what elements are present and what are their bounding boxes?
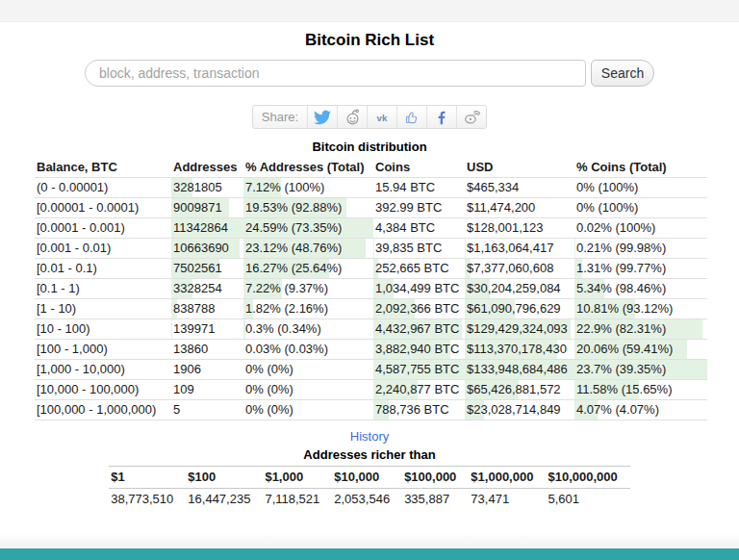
distribution-row: [100,000 - 1,000,000)50% (0%)788,736 BTC… [35, 400, 707, 420]
distribution-row: [10 - 100)1399710.3% (0.34%)4,432,967 BT… [35, 319, 707, 340]
data-cell: 22.9% (82.31%) [574, 319, 707, 340]
share-facebook-button[interactable] [426, 106, 456, 128]
distribution-row: [0.01 - 0.1)750256116.27% (25.64%)252,66… [35, 259, 707, 279]
data-cell: 20.06% (59.41%) [574, 340, 707, 360]
data-cell: 19.53% (92.88%) [243, 198, 373, 218]
richer-header-1: $1 [109, 467, 186, 489]
share-twitter-button[interactable] [307, 106, 337, 128]
data-cell: 0% (0%) [243, 380, 373, 400]
data-cell: $65,426,881,572 [465, 380, 574, 400]
data-cell: $465,334 [465, 178, 574, 198]
data-cell: $113,370,178,430 [465, 340, 574, 360]
distribution-header-row: Balance, BTCAddresses% Addresses (Total)… [35, 158, 707, 178]
data-cell: 1.82% (2.16%) [243, 299, 373, 319]
distribution-row: (0 - 0.00001)32818057.12% (100%)15.94 BT… [35, 178, 707, 198]
data-cell: 4.07% (4.07%) [574, 400, 707, 420]
richer-value-cell: 38,773,510 [109, 489, 186, 511]
bitcoin-distribution-table: Balance, BTCAddresses% Addresses (Total)… [35, 158, 707, 420]
richer-header-100: $100 [186, 467, 263, 489]
balance-range-cell: [100,000 - 1,000,000) [35, 400, 171, 420]
richer-value-cell: 16,447,235 [186, 489, 263, 511]
data-cell: 9009871 [171, 198, 243, 218]
distribution-row: [0.00001 - 0.0001)900987119.53% (92.88%)… [35, 198, 707, 218]
history-link[interactable]: History [350, 429, 389, 444]
data-cell: 23.12% (48.76%) [243, 239, 373, 259]
balance-range-cell: [0.01 - 0.1) [35, 259, 171, 279]
balance-range-cell: (0 - 0.00001) [35, 178, 171, 198]
share-like-button[interactable] [396, 106, 426, 128]
richer-than-title: Addresses richer than [0, 447, 739, 462]
richer-header-10-000-000: $10,000,000 [546, 467, 629, 489]
balance-range-cell: [1 - 10) [35, 299, 171, 319]
data-cell: 139971 [171, 319, 243, 340]
data-cell: 1.31% (99.77%) [574, 259, 707, 279]
data-cell: 24.59% (73.35%) [243, 218, 373, 239]
vk-icon: vk [371, 109, 393, 126]
data-cell: 1,034,499 BTC [373, 279, 465, 299]
data-cell: $129,429,324,093 [465, 319, 574, 340]
thumbs-up-icon [403, 109, 420, 126]
data-cell: $1,163,064,417 [465, 239, 574, 259]
reddit-icon [344, 108, 362, 126]
facebook-icon [433, 109, 450, 126]
data-cell: 3281805 [171, 178, 243, 198]
column-header-addresses: Addresses [171, 158, 243, 178]
search-row: Search [0, 60, 739, 87]
share-row: Share: vk [0, 105, 739, 129]
data-cell: 11.58% (15.65%) [574, 380, 707, 400]
svg-text:vk: vk [377, 113, 388, 123]
distribution-row: [0.0001 - 0.001)1134286424.59% (73.35%)4… [35, 218, 707, 239]
search-button[interactable]: Search [591, 60, 654, 87]
balance-range-cell: [1,000 - 10,000) [35, 360, 171, 380]
data-cell: 1906 [171, 360, 243, 380]
data-cell: 2,092,366 BTC [373, 299, 465, 319]
balance-range-cell: [10,000 - 100,000) [35, 380, 171, 400]
balance-range-cell: [0.00001 - 0.0001) [35, 198, 171, 218]
page-title: Bitcoin Rich List [0, 31, 739, 50]
data-cell: 10663690 [171, 239, 243, 259]
data-cell: 13860 [171, 340, 243, 360]
footer-accent-bar [0, 548, 739, 560]
richer-value-cell: 5,601 [546, 489, 629, 511]
distribution-row: [10,000 - 100,000)1090% (0%)2,240,877 BT… [35, 380, 707, 400]
twitter-icon [314, 109, 331, 126]
share-vk-button[interactable]: vk [367, 106, 396, 128]
richer-than-header-row: $1$100$1,000$10,000$100,000$1,000,000$10… [109, 467, 629, 489]
distribution-row: [1,000 - 10,000)19060% (0%)4,587,755 BTC… [35, 360, 707, 380]
data-cell: 23.7% (39.35%) [574, 360, 707, 380]
column-header-usd: USD [465, 158, 574, 178]
data-cell: 0% (100%) [574, 178, 707, 198]
data-cell: $23,028,714,849 [465, 400, 574, 420]
share-reddit-button[interactable] [337, 106, 367, 128]
data-cell: 7.12% (100%) [243, 178, 373, 198]
weibo-icon [463, 108, 481, 126]
data-cell: 109 [171, 380, 243, 400]
distribution-row: [0.1 - 1)33282547.22% (9.37%)1,034,499 B… [35, 279, 707, 299]
distribution-row: [1 - 10)8387881.82% (2.16%)2,092,366 BTC… [35, 299, 707, 319]
data-cell: 15.94 BTC [373, 178, 465, 198]
richer-value-cell: 7,118,521 [263, 489, 332, 511]
data-cell: 5.34% (98.46%) [574, 279, 707, 299]
richer-than-values-row: 38,773,51016,447,2357,118,5212,053,54633… [109, 489, 629, 511]
search-input[interactable] [85, 60, 586, 87]
balance-range-cell: [0.1 - 1) [35, 279, 171, 299]
column-header-coins: Coins [373, 158, 465, 178]
data-cell: 0% (100%) [574, 198, 707, 218]
balance-range-cell: [0.001 - 0.01) [35, 239, 171, 259]
data-cell: 0% (0%) [243, 400, 373, 420]
distribution-row: [0.001 - 0.01)1066369023.12% (48.76%)39,… [35, 239, 707, 259]
data-cell: $7,377,060,608 [465, 259, 574, 279]
richer-header-1-000-000: $1,000,000 [469, 467, 546, 489]
share-weibo-button[interactable] [456, 106, 486, 128]
top-window-strip [0, 0, 739, 22]
bottom-fade [0, 533, 739, 548]
data-cell: 3328254 [171, 279, 243, 299]
data-cell: 16.27% (25.64%) [243, 259, 373, 279]
richer-header-100-000: $100,000 [402, 467, 469, 489]
data-cell: 11342864 [171, 218, 243, 239]
data-cell: 7502561 [171, 259, 243, 279]
data-cell: $30,204,259,084 [465, 279, 574, 299]
data-cell: 3,882,940 BTC [373, 340, 465, 360]
data-cell: 392.99 BTC [373, 198, 465, 218]
column-header-addresses-total: % Addresses (Total) [243, 158, 373, 178]
